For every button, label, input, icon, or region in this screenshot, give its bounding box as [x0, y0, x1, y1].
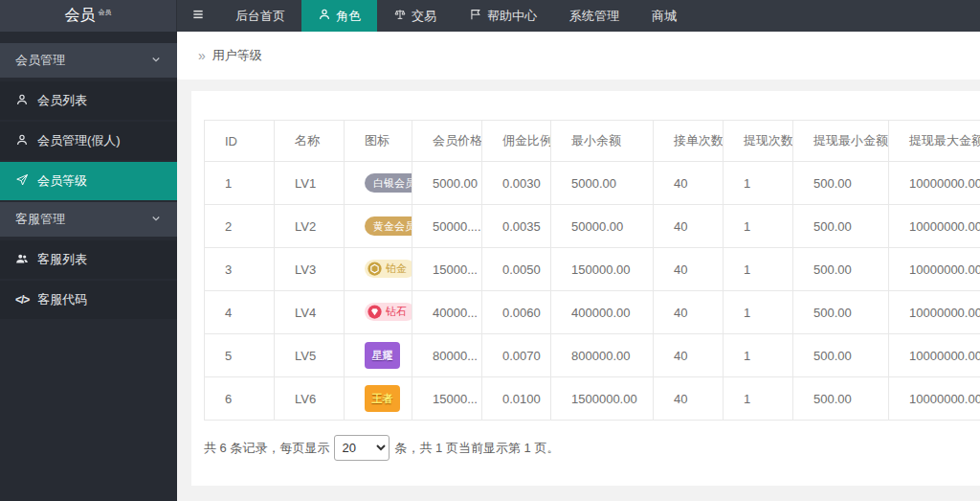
cell-icon: 铂金	[345, 248, 412, 291]
cell-withdraw-count: 1	[724, 334, 793, 377]
cell-order-count: 40	[654, 334, 724, 377]
cell-withdraw-count: 1	[724, 291, 793, 334]
cell-withdraw-min: 500.00	[793, 162, 889, 205]
cell-ratio: 0.0060	[482, 291, 551, 334]
column-header-ratio: 佣金比例	[482, 121, 551, 162]
brand-logo[interactable]: 会员会员	[0, 0, 177, 32]
cell-min-balance: 800000.00	[551, 334, 654, 377]
sidebar-item-label: 会员等级	[37, 172, 87, 190]
table-row: 4 LV4 钻石 40000...	[205, 291, 980, 334]
table-row: 5 LV5 星耀 80000... 0.0070 800000.00 40 1 …	[205, 334, 980, 377]
level-badge-gold: 黄金会员	[365, 216, 412, 236]
pagination-text-before: 共 6 条记录，每页显示	[204, 440, 329, 457]
send-icon	[15, 173, 29, 190]
sidebar-group-service-management[interactable]: 客服管理	[0, 202, 177, 237]
pagination: 共 6 条记录，每页显示 20 条，共 1 页当前显示第 1 页。	[204, 435, 980, 461]
cell-withdraw-max: 10000000.00	[889, 334, 980, 377]
nav-item-mall[interactable]: 商城	[635, 0, 693, 32]
chevron-down-icon	[150, 213, 162, 227]
cell-order-count: 40	[654, 377, 724, 421]
flag-icon	[469, 8, 482, 24]
cell-id: 1	[205, 162, 275, 205]
table-wrap: ID 名称 图标 会员价格 佣金比例 最小余额 接单次数 提现次数 提现最小金额…	[204, 120, 980, 421]
level-badge-silver: 白银会员	[365, 173, 412, 193]
cell-min-balance: 50000.00	[551, 205, 654, 248]
column-header-order-count: 接单次数	[654, 121, 724, 162]
cell-order-count: 40	[654, 162, 724, 205]
table-row: 2 LV2 黄金会员 50000.... 0.0035 50000.00 40 …	[205, 205, 980, 248]
cell-name: LV3	[275, 248, 345, 291]
cell-price: 50000....	[412, 205, 482, 248]
sidebar: 会员管理 会员列表 会员管理(假人) 会员等级 客服管理	[0, 32, 177, 501]
nav-item-help-center[interactable]: 帮助中心	[453, 0, 553, 32]
top-nav: 后台首页 角色 交易 帮助中心 系统管理 商城	[177, 0, 980, 32]
cell-id: 6	[205, 377, 275, 421]
cell-withdraw-min: 500.00	[793, 291, 889, 334]
chevron-down-icon	[150, 54, 162, 68]
brand-name: 会员	[65, 6, 96, 26]
sidebar-item-member-management-fake[interactable]: 会员管理(假人)	[0, 122, 177, 160]
level-badge-diamond: 钻石	[365, 303, 412, 321]
cell-name: LV2	[275, 205, 345, 248]
sidebar-item-member-level[interactable]: 会员等级	[0, 162, 177, 200]
cell-ratio: 0.0050	[482, 248, 551, 291]
cell-price: 80000...	[412, 334, 482, 377]
sidebar-group-label: 会员管理	[15, 52, 65, 69]
cell-id: 3	[205, 248, 275, 291]
cell-icon: 钻石	[345, 291, 412, 334]
cell-order-count: 40	[654, 248, 724, 291]
page-title: 用户等级	[212, 47, 262, 64]
cell-id: 2	[205, 205, 275, 248]
cell-name: LV4	[275, 291, 345, 334]
pagination-text-after: 条，共 1 页当前显示第 1 页。	[394, 440, 559, 457]
cell-order-count: 40	[654, 291, 724, 334]
level-badge-label: 铂金	[386, 262, 407, 276]
sidebar-item-service-code[interactable]: </> 客服代码	[0, 281, 177, 319]
nav-item-label: 角色	[336, 8, 361, 25]
cell-withdraw-min: 500.00	[793, 248, 889, 291]
menu-icon	[191, 8, 205, 24]
nav-item-trade[interactable]: 交易	[377, 0, 453, 32]
cell-order-count: 40	[654, 205, 724, 248]
column-header-withdraw-count: 提现次数	[724, 121, 793, 162]
sidebar-item-service-list[interactable]: 客服列表	[0, 240, 177, 279]
users-icon	[15, 252, 29, 268]
cell-name: LV6	[275, 377, 345, 421]
cell-withdraw-min: 500.00	[793, 377, 889, 421]
column-header-min-balance: 最小余额	[551, 121, 654, 162]
cell-price: 15000...	[412, 377, 482, 421]
page-size-select[interactable]: 20	[334, 435, 390, 461]
cell-withdraw-count: 1	[724, 205, 793, 248]
cell-withdraw-count: 1	[724, 248, 793, 291]
sidebar-item-label: 客服列表	[37, 251, 87, 268]
cell-name: LV1	[275, 162, 345, 205]
cell-id: 5	[205, 334, 275, 377]
cell-ratio: 0.0035	[482, 205, 551, 248]
nav-item-dashboard[interactable]: 后台首页	[219, 0, 301, 32]
table-header-row: ID 名称 图标 会员价格 佣金比例 最小余额 接单次数 提现次数 提现最小金额…	[205, 121, 980, 162]
cell-withdraw-count: 1	[724, 377, 793, 421]
sidebar-group-member-management[interactable]: 会员管理	[0, 43, 177, 78]
sidebar-item-member-list[interactable]: 会员列表	[0, 81, 177, 120]
nav-item-roles[interactable]: 角色	[301, 0, 377, 32]
cell-min-balance: 400000.00	[551, 291, 654, 334]
cell-withdraw-max: 10000000.00	[889, 162, 980, 205]
table-card: ID 名称 图标 会员价格 佣金比例 最小余额 接单次数 提现次数 提现最小金额…	[191, 91, 980, 486]
table-row: 1 LV1 白银会员 5000.00 0.0030 5000.00 40 1 5…	[205, 162, 980, 205]
nav-item-system[interactable]: 系统管理	[553, 0, 635, 32]
cell-id: 4	[205, 291, 275, 334]
gem-icon	[368, 305, 382, 319]
cell-ratio: 0.0100	[482, 377, 551, 421]
cell-withdraw-max: 10000000.00	[889, 291, 980, 334]
nav-item-label: 商城	[652, 8, 677, 25]
code-icon: </>	[15, 293, 29, 307]
sidebar-toggle-button[interactable]	[177, 0, 219, 32]
column-header-withdraw-min: 提现最小金额	[793, 121, 889, 162]
user-icon	[318, 8, 331, 24]
cell-withdraw-max: 10000000.00	[889, 205, 980, 248]
breadcrumb: » 用户等级	[177, 32, 980, 80]
nav-item-label: 后台首页	[235, 8, 285, 25]
column-header-withdraw-max: 提现最大金额	[889, 121, 980, 162]
table-row: 6 LV6 王者 15000... 0.0100 1500000.00 40 1…	[205, 377, 980, 421]
main-content: » 用户等级 ID 名称 图标 会员价格 佣金比例	[177, 32, 980, 501]
